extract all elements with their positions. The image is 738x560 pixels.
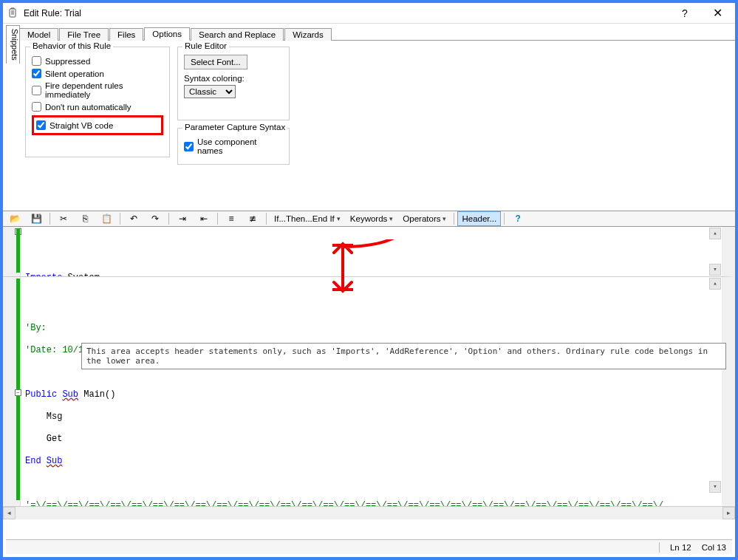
- dontrun-checkbox[interactable]: Don't run automatically: [32, 100, 163, 113]
- toolbar-separator: [454, 213, 454, 225]
- indent-button[interactable]: ⇥: [172, 211, 193, 226]
- tab-model[interactable]: Model: [19, 28, 58, 41]
- ruleeditor-legend: Rule Editor: [182, 41, 229, 50]
- tab-filetree[interactable]: File Tree: [59, 28, 109, 41]
- code-line: End Sub: [25, 456, 722, 467]
- tabstrip: Model File Tree Files Options Search and…: [19, 26, 735, 41]
- indent-icon: ⇥: [177, 213, 188, 225]
- undo-icon: ↶: [128, 213, 140, 225]
- toolbar-help-button[interactable]: ?: [508, 211, 528, 226]
- change-marker: [16, 228, 20, 273]
- behavior-legend: Behavior of this Rule: [30, 41, 113, 50]
- scroll-down-button[interactable]: ▾: [709, 264, 721, 276]
- comment-button[interactable]: ≡: [221, 211, 242, 226]
- toolbar-separator: [168, 213, 169, 225]
- editor-toolbar: 📂 💾 ✂ ⎘ 📋 ↶ ↷ ⇥ ⇤ ≡ ≢ If...Then...End If…: [3, 211, 735, 227]
- titlebar: Edit Rule: Trial ? ✕: [3, 3, 735, 24]
- open-button[interactable]: 📂: [4, 211, 25, 226]
- code-line: Public Sub Main(): [25, 389, 722, 400]
- toolbar-separator: [504, 213, 505, 225]
- syntax-select[interactable]: Classic: [184, 85, 236, 98]
- usecomp-checkbox[interactable]: Use component names: [184, 136, 283, 157]
- toolbar-separator: [120, 213, 120, 225]
- open-icon: 📂: [9, 213, 21, 225]
- tab-files[interactable]: Files: [109, 28, 143, 41]
- horizontal-scrollbar[interactable]: ◂ ▸: [3, 506, 735, 519]
- save-button[interactable]: 💾: [26, 211, 47, 226]
- header-tooltip: This area accepts header statements only…: [81, 343, 726, 369]
- status-column: Col 13: [702, 543, 726, 552]
- header-editor[interactable]: − ▴ ▾ Imports System Imports System.Type…: [3, 227, 735, 277]
- redo-button[interactable]: ↷: [145, 211, 165, 226]
- paste-button[interactable]: 📋: [96, 211, 117, 226]
- fire-checkbox[interactable]: Fire dependent rules immediately: [32, 80, 163, 100]
- scroll-left-button[interactable]: ◂: [3, 507, 16, 519]
- uncomment-icon: ≢: [247, 213, 259, 225]
- toolbar-separator: [217, 213, 218, 225]
- header-button[interactable]: Header...: [457, 211, 501, 226]
- paramcap-legend: Parameter Capture Syntax: [182, 123, 287, 132]
- help-icon: ?: [512, 213, 524, 225]
- copy-icon: ⎘: [79, 213, 91, 225]
- statusbar: Ln 12 Col 13: [6, 539, 732, 554]
- fold-minus-icon[interactable]: −: [15, 389, 21, 396]
- code-line: Get: [25, 434, 722, 445]
- paramcap-groupbox: Parameter Capture Syntax Use component n…: [177, 128, 290, 165]
- scroll-up-button[interactable]: ▴: [709, 228, 721, 239]
- behavior-groupbox: Behavior of this Rule Suppressed Silent …: [25, 47, 170, 157]
- code-line: '=\/==\/==\/==\/==\/==\/==\/==\/==\/==\/…: [25, 500, 722, 506]
- snippets-sidetab[interactable]: Snippets: [6, 25, 20, 64]
- scroll-track[interactable]: [16, 507, 722, 519]
- scroll-right-button[interactable]: ▸: [722, 507, 735, 519]
- undo-button[interactable]: ↶: [123, 211, 144, 226]
- scroll-down-button[interactable]: ▾: [709, 481, 721, 493]
- silent-checkbox[interactable]: Silent operation: [32, 67, 163, 80]
- straightvb-checkbox[interactable]: Straight VB code: [36, 119, 159, 132]
- status-line: Ln 12: [670, 543, 691, 552]
- ruleeditor-groupbox: Rule Editor Select Font... Syntax colori…: [177, 47, 290, 120]
- cut-icon: ✂: [58, 213, 69, 225]
- toolbar-separator: [266, 213, 267, 225]
- paste-icon: 📋: [100, 213, 112, 225]
- tab-options[interactable]: Options: [144, 27, 190, 41]
- comment-icon: ≡: [225, 213, 237, 225]
- code-line: 'By:: [25, 323, 722, 334]
- window-title: Edit Rule: Trial: [24, 8, 669, 18]
- syntax-label: Syntax coloring:: [184, 74, 283, 83]
- rule-icon: [7, 7, 19, 19]
- uncomment-button[interactable]: ≢: [242, 211, 263, 226]
- outdent-button[interactable]: ⇤: [194, 211, 214, 226]
- options-panel: Behavior of this Rule Suppressed Silent …: [19, 41, 735, 211]
- save-icon: 💾: [30, 213, 42, 225]
- gutter: −: [3, 227, 21, 276]
- operators-dropdown[interactable]: Operators: [398, 211, 451, 226]
- keywords-dropdown[interactable]: Keywords: [346, 211, 398, 226]
- straightvb-highlight: Straight VB code: [32, 115, 163, 135]
- toolbar-separator: [49, 213, 50, 225]
- suppressed-checkbox[interactable]: Suppressed: [32, 55, 163, 67]
- tab-wizards[interactable]: Wizards: [284, 28, 332, 41]
- gutter: −: [3, 277, 21, 506]
- help-button[interactable]: ?: [669, 3, 701, 24]
- tab-search[interactable]: Search and Replace: [191, 28, 284, 41]
- main-editor[interactable]: − ▴ ▾ 'By: 'Date: 10/11/19 Public Sub Ma…: [3, 277, 735, 506]
- close-button[interactable]: ✕: [701, 3, 734, 24]
- selectfont-button[interactable]: Select Font...: [184, 55, 247, 69]
- redo-icon: ↷: [149, 213, 161, 225]
- cut-button[interactable]: ✂: [53, 211, 74, 226]
- code-line: [25, 478, 722, 489]
- code-line: Msg: [25, 412, 722, 423]
- outdent-icon: ⇤: [198, 213, 210, 225]
- scroll-up-button[interactable]: ▴: [709, 278, 721, 290]
- ifthen-dropdown[interactable]: If...Then...End If: [270, 211, 345, 226]
- copy-button[interactable]: ⎘: [75, 211, 95, 226]
